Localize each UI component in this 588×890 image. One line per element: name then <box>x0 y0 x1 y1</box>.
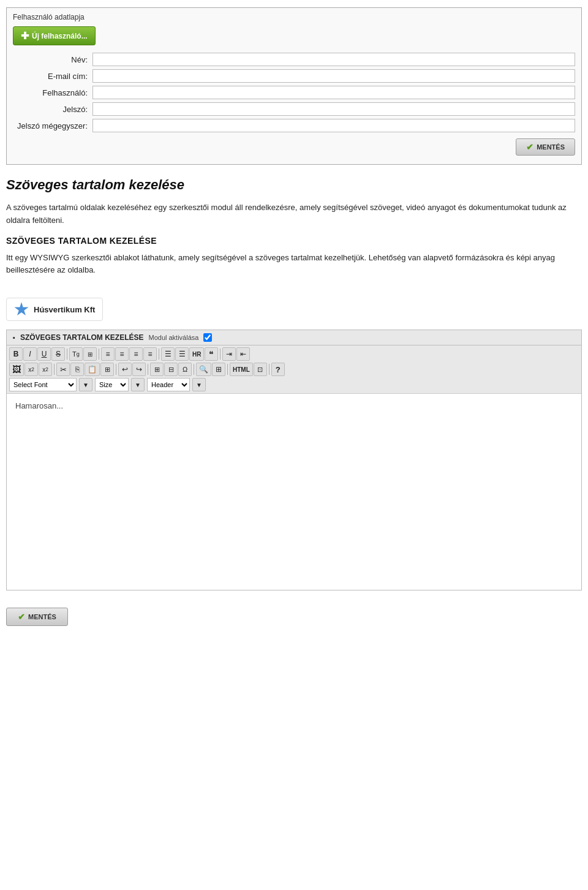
user-form-section: Felhasználó adatlapja ✚ Új felhasználó..… <box>6 7 582 165</box>
tb-sep-6 <box>116 364 116 375</box>
plus-icon: ✚ <box>21 30 29 42</box>
email-input[interactable] <box>92 69 575 83</box>
tb-sep-7 <box>148 364 148 375</box>
company-name: Húsvertikum Kft <box>34 305 95 314</box>
form-footer: ✔ MENTÉS <box>13 138 575 156</box>
align-justify-button[interactable]: ≡ <box>143 347 157 361</box>
editor-header: ▪ SZÖVEGES TARTALOM KEZELÉSE Modul aktiv… <box>7 330 581 345</box>
prose-heading: Szöveges tartalom kezelése <box>6 177 582 193</box>
tb-sep-1 <box>67 349 67 360</box>
password-label: Jelszó: <box>13 105 92 114</box>
editor-panel: ▪ SZÖVEGES TARTALOM KEZELÉSE Modul aktiv… <box>6 330 582 590</box>
email-row: E-mail cím: <box>13 69 575 83</box>
username-row: Felhasználó: <box>13 86 575 99</box>
name-row: Név: <box>13 53 575 66</box>
editor-module-title: SZÖVEGES TARTALOM KEZELÉSE <box>20 333 144 342</box>
ul-button[interactable]: ☰ <box>161 347 175 361</box>
prose-body1: Itt egy WYSIWYG szerkesztői ablakot láth… <box>6 252 582 277</box>
align-left-button[interactable]: ≡ <box>101 347 115 361</box>
new-user-button[interactable]: ✚ Új felhasználó... <box>13 26 96 45</box>
prose-paragraph: A szöveges tartalmú oldalak kezeléséhez … <box>6 202 582 227</box>
indent-decrease-button[interactable]: ⇤ <box>236 347 250 361</box>
star-icon <box>14 302 29 317</box>
password-input[interactable] <box>92 102 575 116</box>
font-size-button[interactable]: Tg <box>69 347 83 361</box>
tb-sep-3 <box>159 349 159 360</box>
editor-toolbar: B I U S Tg ⊞ ≡ ≡ ≡ ≡ ☰ ☰ HR ❝ ⇥ ⇤ 🖼 x2 x… <box>7 345 581 394</box>
align-right-button[interactable]: ≡ <box>129 347 143 361</box>
name-input[interactable] <box>92 53 575 66</box>
underline-button[interactable]: U <box>37 347 51 361</box>
save-top-button[interactable]: ✔ MENTÉS <box>516 138 575 156</box>
image-insert-button[interactable]: 🖼 <box>9 363 24 376</box>
tb-sep-8 <box>194 364 194 375</box>
paste-text-button[interactable]: ⊞ <box>100 363 114 376</box>
header-dropdown-btn[interactable]: ▼ <box>192 378 206 391</box>
name-label: Név: <box>13 55 92 64</box>
toolbar-row-1: B I U S Tg ⊞ ≡ ≡ ≡ ≡ ☰ ☰ HR ❝ ⇥ ⇤ <box>9 347 579 361</box>
company-badge: Húsvertikum Kft <box>6 298 103 321</box>
password-row: Jelszó: <box>13 102 575 116</box>
size-dropdown-btn[interactable]: ▼ <box>131 378 145 391</box>
save-bottom-button[interactable]: ✔ MENTÉS <box>6 608 68 626</box>
check-icon-bottom: ✔ <box>18 612 25 622</box>
email-label: E-mail cím: <box>13 72 92 81</box>
italic-button[interactable]: I <box>23 347 37 361</box>
header-select[interactable]: Header <box>147 378 190 391</box>
check-icon: ✔ <box>526 142 533 152</box>
replace-button[interactable]: ⊞ <box>212 363 225 376</box>
indent-increase-button[interactable]: ⇥ <box>222 347 236 361</box>
toolbar-row-3: Select Font ▼ Size ▼ Header ▼ <box>9 378 579 391</box>
special-char-button[interactable]: Ω <box>178 363 192 376</box>
save-top-label: MENTÉS <box>537 143 565 151</box>
align-center-button[interactable]: ≡ <box>115 347 129 361</box>
font-dropdown-btn[interactable]: ▼ <box>79 378 92 391</box>
superscript-button[interactable]: x2 <box>39 363 52 376</box>
tb-sep-10 <box>269 364 270 375</box>
paste-button[interactable]: 📋 <box>85 363 100 376</box>
module-activation-label: Modul aktiválása <box>148 334 198 341</box>
tb-sep-4 <box>220 349 221 360</box>
editor-module-icon: ▪ <box>13 334 15 341</box>
username-label: Felhasználó: <box>13 88 92 97</box>
prose-subheading: SZÖVEGES TARTALOM KEZELÉSE <box>6 236 582 246</box>
editor-content-text: Hamarosan... <box>15 401 63 410</box>
blockquote-button[interactable]: ❝ <box>205 347 218 361</box>
table-button[interactable]: ⊞ <box>150 363 164 376</box>
table2-button[interactable]: ⊟ <box>164 363 178 376</box>
bold-button[interactable]: B <box>9 347 23 361</box>
hr-button[interactable]: HR <box>189 347 204 361</box>
find-button[interactable]: 🔍 <box>196 363 211 376</box>
form-section-title: Felhasználó adatlapja <box>13 13 575 21</box>
editor-content-area[interactable]: Hamarosan... <box>7 394 581 590</box>
password2-row: Jelszó mégegyszer: <box>13 119 575 132</box>
copy-button[interactable]: ⎘ <box>70 363 84 376</box>
font-family-select[interactable]: Select Font <box>9 378 77 391</box>
toolbar-row-2: 🖼 x2 x2 ✂ ⎘ 📋 ⊞ ↩ ↪ ⊞ ⊟ Ω 🔍 ⊞ HTML ⊡ ? <box>9 363 579 376</box>
subscript-button[interactable]: ⊞ <box>83 347 97 361</box>
fullscreen-button[interactable]: ⊡ <box>254 363 267 376</box>
subscript2-button[interactable]: x2 <box>24 363 38 376</box>
module-activation-checkbox[interactable] <box>203 333 212 342</box>
html-button[interactable]: HTML <box>230 363 253 376</box>
password2-input[interactable] <box>92 119 575 132</box>
undo-button[interactable]: ↩ <box>118 363 132 376</box>
tb-sep-2 <box>99 349 99 360</box>
cut-button[interactable]: ✂ <box>56 363 70 376</box>
save-bottom-label: MENTÉS <box>28 613 56 620</box>
ol-button[interactable]: ☰ <box>175 347 189 361</box>
bottom-bar: ✔ MENTÉS <box>0 603 588 636</box>
font-size-select[interactable]: Size <box>95 378 129 391</box>
tb-sep-5 <box>54 364 55 375</box>
redo-button[interactable]: ↪ <box>132 363 146 376</box>
strike-button[interactable]: S <box>51 347 65 361</box>
password2-label: Jelszó mégegyszer: <box>13 121 92 130</box>
tb-sep-9 <box>227 364 228 375</box>
new-user-label: Új felhasználó... <box>32 32 88 40</box>
help-button[interactable]: ? <box>271 363 285 376</box>
username-input[interactable] <box>92 86 575 99</box>
prose-section: Szöveges tartalom kezelése A szöveges ta… <box>0 177 588 298</box>
